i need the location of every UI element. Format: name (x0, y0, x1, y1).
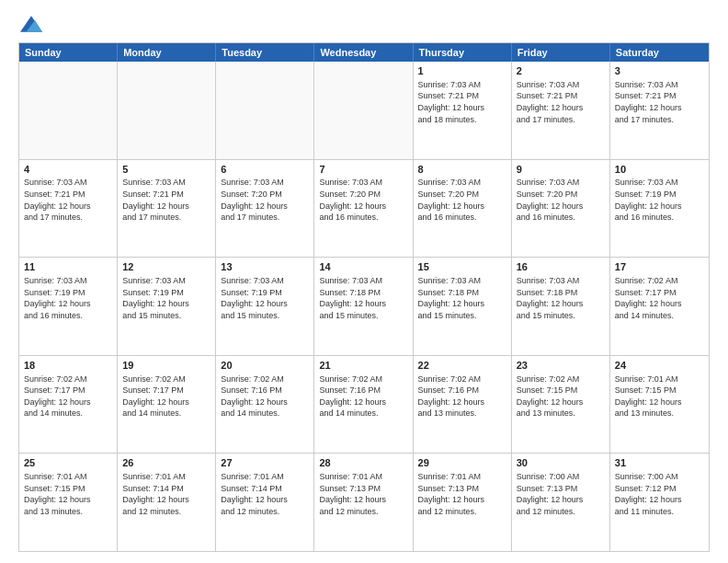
day-info: Sunrise: 7:00 AM Sunset: 7:13 PM Dayligh… (517, 471, 605, 517)
day-info: Sunrise: 7:03 AM Sunset: 7:20 PM Dayligh… (418, 177, 506, 223)
day-info: Sunrise: 7:03 AM Sunset: 7:19 PM Dayligh… (221, 275, 309, 321)
header-day-thursday: Thursday (414, 43, 512, 62)
calendar-body: 1Sunrise: 7:03 AM Sunset: 7:21 PM Daylig… (19, 62, 709, 551)
header-day-friday: Friday (512, 43, 610, 62)
calendar-cell (19, 62, 118, 159)
day-number: 31 (615, 456, 704, 470)
header-day-tuesday: Tuesday (216, 43, 314, 62)
day-number: 7 (319, 163, 407, 177)
day-info: Sunrise: 7:02 AM Sunset: 7:16 PM Dayligh… (319, 373, 407, 419)
day-number: 2 (517, 64, 605, 78)
day-number: 5 (122, 163, 210, 177)
day-number: 12 (122, 260, 210, 274)
calendar-cell: 26Sunrise: 7:01 AM Sunset: 7:14 PM Dayli… (118, 454, 216, 551)
day-info: Sunrise: 7:03 AM Sunset: 7:20 PM Dayligh… (221, 177, 309, 223)
calendar-cell (314, 62, 413, 159)
header-day-sunday: Sunday (19, 43, 118, 62)
calendar-cell (118, 62, 216, 159)
day-info: Sunrise: 7:03 AM Sunset: 7:21 PM Dayligh… (24, 177, 112, 223)
day-number: 19 (122, 359, 210, 373)
day-number: 9 (517, 163, 605, 177)
day-number: 30 (517, 456, 605, 470)
day-number: 4 (24, 163, 112, 177)
calendar-row-2: 11Sunrise: 7:03 AM Sunset: 7:19 PM Dayli… (19, 257, 709, 355)
day-number: 16 (517, 260, 605, 274)
day-number: 24 (615, 359, 704, 373)
calendar-cell: 2Sunrise: 7:03 AM Sunset: 7:21 PM Daylig… (512, 62, 610, 159)
day-info: Sunrise: 7:01 AM Sunset: 7:14 PM Dayligh… (122, 471, 210, 517)
day-info: Sunrise: 7:02 AM Sunset: 7:17 PM Dayligh… (24, 373, 112, 419)
day-info: Sunrise: 7:03 AM Sunset: 7:19 PM Dayligh… (615, 177, 704, 223)
calendar-cell: 25Sunrise: 7:01 AM Sunset: 7:15 PM Dayli… (19, 454, 118, 551)
calendar-cell: 10Sunrise: 7:03 AM Sunset: 7:19 PM Dayli… (610, 160, 709, 258)
day-number: 3 (615, 64, 704, 78)
header-day-wednesday: Wednesday (314, 43, 413, 62)
day-info: Sunrise: 7:03 AM Sunset: 7:19 PM Dayligh… (24, 275, 112, 321)
day-info: Sunrise: 7:02 AM Sunset: 7:15 PM Dayligh… (517, 373, 605, 419)
logo (18, 15, 42, 33)
day-number: 17 (615, 260, 704, 274)
day-number: 25 (24, 456, 112, 470)
day-number: 27 (221, 456, 309, 470)
calendar-cell: 22Sunrise: 7:02 AM Sunset: 7:16 PM Dayli… (414, 356, 512, 454)
day-info: Sunrise: 7:01 AM Sunset: 7:13 PM Dayligh… (418, 471, 506, 517)
day-number: 28 (319, 456, 407, 470)
calendar-cell: 13Sunrise: 7:03 AM Sunset: 7:19 PM Dayli… (216, 258, 314, 355)
calendar-row-3: 18Sunrise: 7:02 AM Sunset: 7:17 PM Dayli… (19, 355, 709, 454)
header-day-monday: Monday (118, 43, 216, 62)
calendar-cell: 4Sunrise: 7:03 AM Sunset: 7:21 PM Daylig… (19, 160, 118, 258)
header-day-saturday: Saturday (610, 43, 709, 62)
calendar-cell: 31Sunrise: 7:00 AM Sunset: 7:12 PM Dayli… (610, 454, 709, 551)
calendar-cell: 7Sunrise: 7:03 AM Sunset: 7:20 PM Daylig… (314, 160, 413, 258)
day-info: Sunrise: 7:03 AM Sunset: 7:18 PM Dayligh… (319, 275, 407, 321)
calendar-cell (216, 62, 314, 159)
calendar-cell: 21Sunrise: 7:02 AM Sunset: 7:16 PM Dayli… (314, 356, 413, 454)
day-number: 14 (319, 260, 407, 274)
calendar-cell: 15Sunrise: 7:03 AM Sunset: 7:18 PM Dayli… (414, 258, 512, 355)
calendar-cell: 3Sunrise: 7:03 AM Sunset: 7:21 PM Daylig… (610, 62, 709, 159)
logo-text (18, 15, 42, 33)
calendar-cell: 11Sunrise: 7:03 AM Sunset: 7:19 PM Dayli… (19, 258, 118, 355)
calendar-cell: 1Sunrise: 7:03 AM Sunset: 7:21 PM Daylig… (414, 62, 512, 159)
calendar-cell: 28Sunrise: 7:01 AM Sunset: 7:13 PM Dayli… (314, 454, 413, 551)
day-info: Sunrise: 7:03 AM Sunset: 7:21 PM Dayligh… (615, 79, 704, 125)
calendar-cell: 17Sunrise: 7:02 AM Sunset: 7:17 PM Dayli… (610, 258, 709, 355)
day-number: 8 (418, 163, 506, 177)
day-info: Sunrise: 7:03 AM Sunset: 7:20 PM Dayligh… (319, 177, 407, 223)
day-number: 18 (24, 359, 112, 373)
day-info: Sunrise: 7:02 AM Sunset: 7:17 PM Dayligh… (122, 373, 210, 419)
day-number: 1 (418, 64, 506, 78)
calendar-cell: 12Sunrise: 7:03 AM Sunset: 7:19 PM Dayli… (118, 258, 216, 355)
day-number: 6 (221, 163, 309, 177)
day-info: Sunrise: 7:03 AM Sunset: 7:18 PM Dayligh… (418, 275, 506, 321)
day-info: Sunrise: 7:02 AM Sunset: 7:16 PM Dayligh… (418, 373, 506, 419)
calendar-cell: 23Sunrise: 7:02 AM Sunset: 7:15 PM Dayli… (512, 356, 610, 454)
day-number: 10 (615, 163, 704, 177)
day-number: 13 (221, 260, 309, 274)
calendar: SundayMondayTuesdayWednesdayThursdayFrid… (18, 42, 710, 552)
day-number: 23 (517, 359, 605, 373)
day-info: Sunrise: 7:02 AM Sunset: 7:17 PM Dayligh… (615, 275, 704, 321)
day-info: Sunrise: 7:03 AM Sunset: 7:18 PM Dayligh… (517, 275, 605, 321)
page: SundayMondayTuesdayWednesdayThursdayFrid… (0, 0, 728, 563)
calendar-cell: 20Sunrise: 7:02 AM Sunset: 7:16 PM Dayli… (216, 356, 314, 454)
day-info: Sunrise: 7:02 AM Sunset: 7:16 PM Dayligh… (221, 373, 309, 419)
calendar-row-0: 1Sunrise: 7:03 AM Sunset: 7:21 PM Daylig… (19, 62, 709, 159)
day-info: Sunrise: 7:01 AM Sunset: 7:15 PM Dayligh… (615, 373, 704, 419)
calendar-cell: 5Sunrise: 7:03 AM Sunset: 7:21 PM Daylig… (118, 160, 216, 258)
calendar-cell: 29Sunrise: 7:01 AM Sunset: 7:13 PM Dayli… (414, 454, 512, 551)
day-number: 15 (418, 260, 506, 274)
day-number: 20 (221, 359, 309, 373)
calendar-cell: 16Sunrise: 7:03 AM Sunset: 7:18 PM Dayli… (512, 258, 610, 355)
calendar-cell: 27Sunrise: 7:01 AM Sunset: 7:14 PM Dayli… (216, 454, 314, 551)
day-number: 29 (418, 456, 506, 470)
calendar-header: SundayMondayTuesdayWednesdayThursdayFrid… (19, 43, 709, 62)
calendar-cell: 19Sunrise: 7:02 AM Sunset: 7:17 PM Dayli… (118, 356, 216, 454)
header (18, 15, 710, 33)
day-info: Sunrise: 7:01 AM Sunset: 7:15 PM Dayligh… (24, 471, 112, 517)
day-info: Sunrise: 7:03 AM Sunset: 7:19 PM Dayligh… (122, 275, 210, 321)
calendar-cell: 6Sunrise: 7:03 AM Sunset: 7:20 PM Daylig… (216, 160, 314, 258)
day-info: Sunrise: 7:01 AM Sunset: 7:13 PM Dayligh… (319, 471, 407, 517)
day-number: 11 (24, 260, 112, 274)
day-number: 21 (319, 359, 407, 373)
